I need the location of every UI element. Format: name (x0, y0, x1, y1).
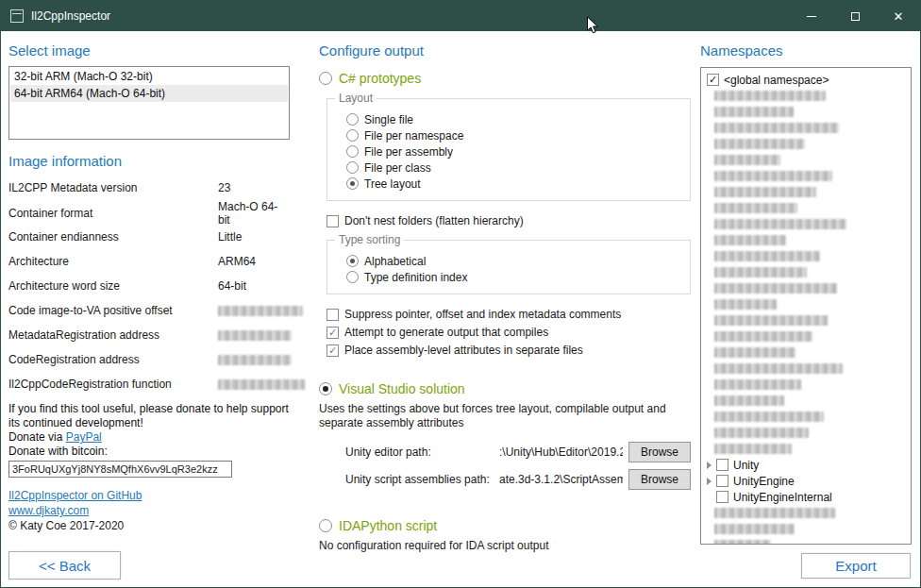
info-row: Code image-to-VA positive offset (8, 298, 290, 323)
namespace-label: Unity (733, 459, 759, 472)
website-link[interactable]: www.djkaty.com (8, 504, 89, 517)
namespace-checkbox[interactable] (707, 74, 719, 86)
browse-assemblies-button[interactable]: Browse (628, 469, 691, 490)
select-image-header: Select image (8, 42, 290, 59)
redacted-namespace (714, 107, 794, 117)
paypal-link[interactable]: PayPal (66, 430, 102, 444)
unity-editor-path-label: Unity editor path: (345, 445, 499, 459)
namespace-item[interactable]: UnityEngineInternal (701, 489, 911, 505)
checkbox-compilable-output[interactable]: Attempt to generate output that compiles (327, 326, 691, 339)
namespace-checkbox[interactable] (716, 491, 728, 503)
maximize-button[interactable] (833, 1, 877, 31)
github-link[interactable]: Il2CppInspector on GitHub (8, 489, 142, 502)
redacted-namespace (714, 379, 801, 390)
namespace-list[interactable]: <global namespace>UnityUnityEngineUnityE… (700, 67, 912, 545)
export-button[interactable]: Export (801, 553, 911, 579)
radio-tree-layout[interactable]: Tree layout (346, 176, 680, 191)
checkbox-label: Suppress pointer, offset and index metad… (344, 308, 621, 321)
radio-label: Single file (364, 113, 413, 126)
radio-icon (319, 519, 332, 532)
radio-file-per-class[interactable]: File per class (346, 160, 680, 175)
back-button[interactable]: << Back (8, 551, 121, 580)
radio-type-definition-index[interactable]: Type definition index (346, 270, 680, 284)
donate-bitcoin-label: Donate with bitcoin: (8, 445, 290, 459)
ida-description: No configuration required for IDA script… (319, 539, 691, 553)
close-button[interactable]: ✕ (877, 1, 920, 31)
expand-icon[interactable] (707, 478, 712, 485)
image-info-table: IL2CPP Metadata version23Container forma… (8, 176, 290, 396)
namespace-item (701, 280, 911, 296)
select-image-panel: Select image 32-bit ARM (Mach-O 32-bit)6… (8, 42, 290, 533)
namespace-checkbox[interactable] (716, 475, 728, 487)
unity-editor-path-row: Unity editor path: :\Unity\Hub\Editor\20… (345, 442, 691, 462)
radio-single-file[interactable]: Single file (346, 112, 680, 126)
expand-icon[interactable] (707, 462, 712, 469)
links-block: Il2CppInspector on GitHub www.djkaty.com… (8, 488, 290, 533)
checkbox-suppress-comments[interactable]: Suppress pointer, offset and index metad… (327, 308, 691, 321)
radio-file-per-assembly[interactable]: File per assembly (346, 144, 680, 159)
namespace-item (701, 184, 911, 200)
redacted-namespace (714, 524, 795, 534)
namespace-item (701, 537, 911, 545)
info-key: Code image-to-VA positive offset (8, 304, 218, 317)
info-value: Little (218, 230, 290, 244)
namespace-label: UnityEngineInternal (733, 491, 832, 504)
info-row: ArchitectureARM64 (8, 249, 290, 274)
checkbox-icon (327, 309, 339, 321)
namespaces-panel: Namespaces <global namespace>UnityUnityE… (700, 42, 913, 545)
redacted-value (218, 306, 303, 316)
image-list[interactable]: 32-bit ARM (Mach-O 32-bit)64-bit ARM64 (… (8, 66, 290, 140)
info-value: Mach-O 64-bit (218, 200, 290, 227)
info-key: Architecture (8, 255, 218, 268)
namespace-item (701, 505, 911, 521)
radio-csharp-prototypes[interactable]: C# prototypes (319, 71, 691, 86)
radio-idapython-script[interactable]: IDAPython script (319, 518, 691, 533)
browse-editor-button[interactable]: Browse (628, 442, 691, 462)
close-icon: ✕ (894, 10, 904, 23)
radio-icon (346, 177, 359, 190)
info-value: 23 (218, 181, 290, 194)
namespace-item (701, 441, 911, 457)
namespace-item[interactable]: <global namespace> (701, 72, 911, 88)
app-icon (10, 9, 24, 23)
namespace-label: <global namespace> (724, 74, 829, 87)
radio-label: C# prototypes (339, 71, 421, 86)
info-row: IL2CPP Metadata version23 (8, 176, 290, 200)
namespace-item (701, 200, 911, 216)
info-row: CodeRegistration address (8, 347, 290, 372)
info-value: 64-bit (218, 279, 290, 293)
radio-visual-studio-solution[interactable]: Visual Studio solution (319, 381, 691, 396)
namespace-item (701, 120, 911, 136)
titlebar: Il2CppInspector ✕ (1, 1, 920, 31)
namespace-item (701, 248, 911, 264)
redacted-namespace (714, 187, 816, 197)
namespace-checkbox[interactable] (716, 459, 728, 471)
radio-file-per-namespace[interactable]: File per namespace (346, 128, 680, 143)
info-key: Il2CppCodeRegistration function (8, 378, 218, 391)
checkbox-icon (327, 344, 339, 357)
checkbox-icon (327, 215, 339, 227)
redacted-namespace (714, 363, 843, 374)
info-key: CodeRegistration address (8, 353, 218, 366)
maximize-icon (851, 12, 860, 21)
namespace-item (701, 296, 911, 312)
radio-label: File per assembly (364, 145, 453, 159)
checkbox-flatten-hierarchy[interactable]: Don't nest folders (flatten hierarchy) (327, 214, 691, 227)
bitcoin-address-input[interactable] (8, 461, 232, 478)
vs-description: Uses the settings above but forces tree … (319, 402, 691, 430)
checkbox-label: Place assembly-level attributes in separ… (344, 344, 583, 357)
minimize-button[interactable] (790, 1, 833, 31)
redacted-namespace (714, 251, 820, 261)
checkbox-separate-attribute-files[interactable]: Place assembly-level attributes in separ… (327, 344, 691, 357)
namespace-item (701, 312, 911, 328)
namespace-item[interactable]: UnityEngine (701, 473, 911, 489)
redacted-namespace (714, 235, 786, 245)
app-window: Il2CppInspector ✕ Select image 32-bit AR… (0, 0, 921, 588)
radio-alphabetical[interactable]: Alphabetical (346, 254, 680, 268)
redacted-namespace (714, 395, 784, 406)
image-list-item[interactable]: 64-bit ARM64 (Mach-O 64-bit) (10, 85, 288, 102)
namespace-item[interactable]: Unity (701, 457, 911, 473)
radio-icon (319, 382, 332, 395)
image-list-item[interactable]: 32-bit ARM (Mach-O 32-bit) (10, 68, 288, 85)
checkbox-label: Attempt to generate output that compiles (344, 326, 548, 339)
